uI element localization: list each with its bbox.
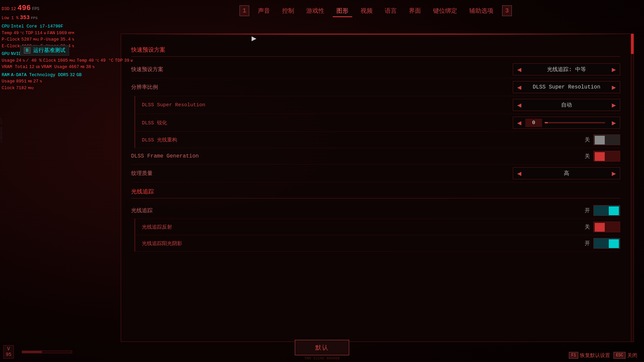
dlss-sharpen-fill xyxy=(545,122,548,123)
hud-temp-unit: °C xyxy=(20,31,24,36)
dlss-recon-toggle[interactable] xyxy=(593,134,620,145)
hud-fan-label: FAN xyxy=(47,30,55,37)
benchmark-tooltip: B 运行基准测试 xyxy=(20,45,69,56)
hud-gpu-tdp: TDP xyxy=(115,57,123,64)
dlss-sharpen-track[interactable] xyxy=(545,122,605,123)
resolution-scale-selector[interactable]: ◀ DLSS Super Resolution ▶ xyxy=(513,81,620,93)
hud-d3d: D3D xyxy=(2,6,9,12)
bottom-bar: F1 恢复默认设置 ESC 关闭 xyxy=(0,349,644,362)
settings-panel: 快速预设方案 快速预设方案 ◀ 光线追踪: 中等 ▶ 分辨率比例 ◀ DLSS … xyxy=(121,34,634,342)
hud-fps-value: 496 xyxy=(17,3,31,14)
hud-gpu-tdp-v: 39 xyxy=(124,57,129,64)
tab-graphics[interactable]: 图形 xyxy=(330,5,355,16)
dlss-super-res-label: DLSS Super Resolution xyxy=(142,102,205,108)
hud-low1-fps: FPS xyxy=(31,15,38,21)
restore-key[interactable]: F1 xyxy=(569,352,578,359)
hud-gpu-usage: 24 xyxy=(16,57,21,64)
raytracing-reflect-toggle[interactable] xyxy=(593,222,620,232)
dlss-recon-state: 关 xyxy=(583,136,590,143)
dlss-sharpen-next[interactable]: ▶ xyxy=(608,117,620,128)
raytracing-shadow-toggle[interactable] xyxy=(593,238,620,249)
tab-control[interactable]: 控制 xyxy=(276,5,300,16)
hud-tdp-label: TDP xyxy=(25,30,33,37)
close-key[interactable]: ESC xyxy=(613,352,626,359)
raytracing-shadow-row: 光线追踪阳光阴影 开 xyxy=(135,235,620,252)
hud-gpu-clock-unit: MHz xyxy=(69,58,75,63)
hud-tdp-value: 114 xyxy=(35,30,42,37)
hud-vram-usage: 4667 xyxy=(69,64,79,70)
hud-pclock-value: 5287 xyxy=(21,36,32,43)
quick-preset-label: 快速预设方案 xyxy=(131,66,163,73)
hud-vram-total: 12 xyxy=(29,64,35,70)
restore-action: F1 恢复默认设置 xyxy=(569,352,610,359)
hud-fan-unit: RPM xyxy=(68,31,74,36)
texture-quality-value: 高 xyxy=(525,170,608,177)
nav-bracket-left[interactable]: 1 xyxy=(239,5,249,16)
raytracing-shadow-label: 光线追踪阳光阴影 xyxy=(142,240,182,247)
raytracing-reflect-row: 光线追踪反射 关 xyxy=(135,219,620,235)
resolution-scale-row: 分辨率比例 ◀ DLSS Super Resolution ▶ xyxy=(131,78,620,96)
benchmark-key: B xyxy=(24,47,31,54)
dlss-super-res-next[interactable]: ▶ xyxy=(608,99,620,111)
texture-quality-prev[interactable]: ◀ xyxy=(513,168,525,179)
hud-vram-pct-unit: % xyxy=(93,65,95,70)
dlss-recon-indicator xyxy=(595,136,605,144)
hud-gpu-clock-label: Clock xyxy=(43,57,56,64)
restore-label: 恢复默认设置 xyxy=(580,352,610,359)
raytracing-shadow-indicator xyxy=(609,239,619,248)
hud-fan-value: 1069 xyxy=(56,30,67,37)
quick-preset-selector[interactable]: ◀ 光线追踪: 中等 ▶ xyxy=(513,63,620,75)
tab-language[interactable]: 语言 xyxy=(379,5,403,16)
quick-preset-prev[interactable]: ◀ xyxy=(513,64,525,75)
dlss-super-res-selector[interactable]: ◀ 自动 ▶ xyxy=(513,99,620,111)
hud-pclock-unit: MHz xyxy=(33,37,39,42)
hud-vram-total-label: VRAM Total xyxy=(2,64,28,70)
hud-ram-pct: 27 xyxy=(33,78,39,85)
hud-gpu-clock: 1605 xyxy=(57,57,68,64)
dlss-recon-row: DLSS 光线重构 关 xyxy=(135,132,620,148)
tab-gameplay[interactable]: 游戏性 xyxy=(300,5,330,16)
raytracing-shadow-state: 开 xyxy=(583,240,590,247)
quick-preset-next[interactable]: ▶ xyxy=(608,64,620,75)
tab-sound[interactable]: 声音 xyxy=(252,5,276,16)
dlss-frame-gen-toggle[interactable] xyxy=(593,151,620,162)
tab-interface[interactable]: 界面 xyxy=(403,5,427,16)
dlss-super-res-prev[interactable]: ◀ xyxy=(513,99,525,111)
dlss-sharpen-prev[interactable]: ◀ xyxy=(513,117,525,128)
raytracing-reflect-state: 关 xyxy=(583,224,590,231)
tab-keybind[interactable]: 键位绑定 xyxy=(427,5,463,16)
hud-cpu-label: CPU xyxy=(2,23,9,30)
hud-ram-pct-unit: % xyxy=(40,79,42,84)
resolution-scale-label: 分辨率比例 xyxy=(131,84,158,91)
dlss-sharpen-slider[interactable]: ◀ 0 ▶ xyxy=(513,117,620,129)
tab-accessibility[interactable]: 辅助选项 xyxy=(463,5,499,16)
raytracing-shadow-toggle-container: 开 xyxy=(583,238,620,249)
side-decoration: CYBERPUNK 2077 xyxy=(0,117,3,143)
dlss-frame-gen-label: DLSS Frame Generation xyxy=(131,153,199,159)
hud-gpu-temp-v: 40 xyxy=(89,57,94,64)
raytracing-section-header: 光线追踪 xyxy=(131,185,620,198)
scrollbar-thumb[interactable] xyxy=(631,34,634,54)
quick-preset-row: 快速预设方案 ◀ 光线追踪: 中等 ▶ xyxy=(131,61,620,78)
hud-vram-usage-unit: MB xyxy=(80,65,85,70)
hud-ram-clock-label: Clock xyxy=(2,85,15,92)
hud-ram-label: RAM xyxy=(2,72,9,78)
benchmark-label: 运行基准测试 xyxy=(33,47,65,54)
texture-quality-row: 纹理质量 ◀ 高 ▶ xyxy=(131,165,620,182)
resolution-scale-next[interactable]: ▶ xyxy=(608,81,620,93)
raytracing-toggle[interactable] xyxy=(593,205,620,216)
tab-video[interactable]: 视频 xyxy=(355,5,379,16)
hud-ram-usage-label: Usage xyxy=(2,78,15,85)
cursor-pointer: ▶ xyxy=(252,34,256,43)
hud-gpu-label: GPU xyxy=(2,51,9,57)
nav-bracket-right[interactable]: 3 xyxy=(502,5,512,16)
hud-gpu-temp-unit: °C xyxy=(95,58,99,63)
texture-quality-next[interactable]: ▶ xyxy=(608,168,620,179)
hud-gpu-usage-unit: % xyxy=(23,58,25,63)
resolution-scale-value: DLSS Super Resolution xyxy=(525,84,608,90)
texture-quality-selector[interactable]: ◀ 高 ▶ xyxy=(513,167,620,179)
scrollbar-track[interactable] xyxy=(631,34,634,342)
resolution-scale-prev[interactable]: ◀ xyxy=(513,81,525,93)
raytracing-indicator xyxy=(609,206,619,215)
hud-pusage-unit: % xyxy=(72,37,74,42)
